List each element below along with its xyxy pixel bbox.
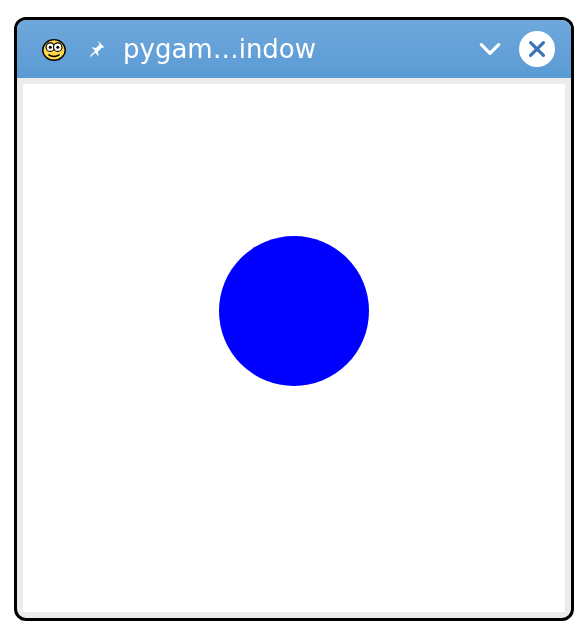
chevron-down-icon[interactable] <box>477 36 503 62</box>
svg-point-4 <box>56 45 59 48</box>
canvas[interactable] <box>23 84 565 612</box>
app-icon <box>39 34 69 64</box>
app-window: pygam…indow <box>14 17 574 621</box>
titlebar[interactable]: pygam…indow <box>17 20 571 78</box>
svg-point-3 <box>49 45 52 48</box>
close-button[interactable] <box>519 31 555 67</box>
blue-circle <box>219 236 369 386</box>
window-title: pygam…indow <box>123 34 461 64</box>
pin-icon[interactable] <box>85 38 107 60</box>
